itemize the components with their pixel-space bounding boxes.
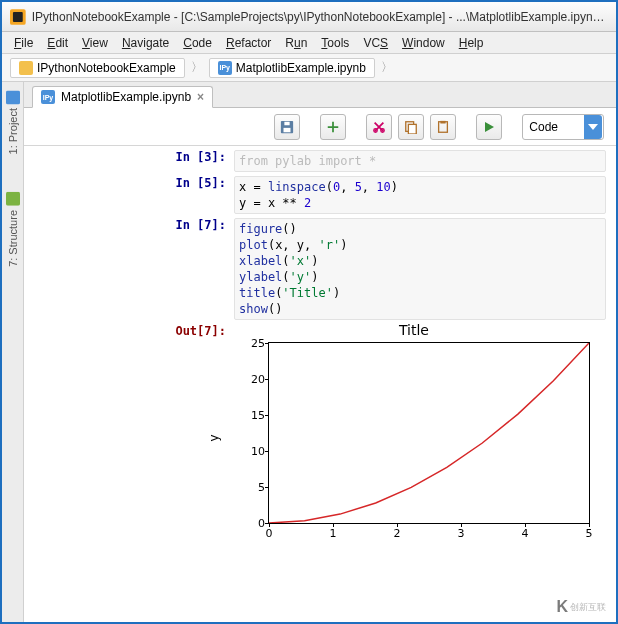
- menu-navigate[interactable]: Navigate: [116, 34, 175, 52]
- cell-out-7: Out[7]: Title y 0510152025012345: [24, 324, 606, 548]
- menu-vcs[interactable]: VCS: [357, 34, 394, 52]
- title-bar: IPythonNotebookExample - [C:\SampleProje…: [2, 2, 616, 32]
- code-in-7[interactable]: figure() plot(x, y, 'r') xlabel('x') yla…: [234, 218, 606, 320]
- menu-bar: File Edit View Navigate Code Refactor Ru…: [2, 32, 616, 54]
- code-in-3[interactable]: from pylab import *: [234, 150, 606, 172]
- chart-axes: 0510152025012345: [268, 342, 590, 524]
- cell-type-label: Code: [529, 120, 558, 134]
- menu-help[interactable]: Help: [453, 34, 490, 52]
- svg-rect-2: [6, 90, 20, 104]
- svg-rect-3: [6, 192, 20, 206]
- add-cell-button[interactable]: [320, 114, 346, 140]
- tool-sidebar: 1: Project 7: Structure: [2, 82, 24, 622]
- output-out-7: Title y 0510152025012345: [234, 324, 606, 548]
- folder-icon: [19, 61, 33, 75]
- menu-file[interactable]: File: [8, 34, 39, 52]
- notebook-area: In [3]: from pylab import * In [5]: x = …: [24, 146, 616, 622]
- cell-in-3[interactable]: In [3]: from pylab import *: [24, 150, 606, 172]
- ipynb-icon: IPy: [218, 61, 232, 75]
- prompt-in-3: In [3]:: [24, 150, 234, 172]
- cell-in-5[interactable]: In [5]: x = linspace(0, 5, 10) y = x ** …: [24, 176, 606, 214]
- notebook-toolbar: Code: [24, 108, 616, 146]
- close-icon[interactable]: ×: [197, 90, 204, 104]
- menu-tools[interactable]: Tools: [315, 34, 355, 52]
- chevron-right-icon: 〉: [189, 59, 205, 76]
- menu-run[interactable]: Run: [279, 34, 313, 52]
- chevron-down-icon: [584, 115, 602, 139]
- breadcrumb-project-label: IPythonNotebookExample: [37, 61, 176, 75]
- sidebar-structure-tab[interactable]: 7: Structure: [5, 188, 21, 271]
- chart-ylabel: y: [207, 434, 221, 441]
- cell-type-select[interactable]: Code: [522, 114, 604, 140]
- cut-button[interactable]: [366, 114, 392, 140]
- prompt-in-7: In [7]:: [24, 218, 234, 320]
- editor-tabs: IPy MatplotlibExample.ipynb ×: [24, 82, 616, 108]
- svg-rect-6: [285, 121, 290, 125]
- save-button[interactable]: [274, 114, 300, 140]
- menu-window[interactable]: Window: [396, 34, 451, 52]
- chart: Title y 0510152025012345: [234, 328, 594, 548]
- svg-rect-5: [284, 127, 291, 131]
- sidebar-project-tab[interactable]: 1: Project: [5, 86, 21, 158]
- breadcrumb-file-label: MatplotlibExample.ipynb: [236, 61, 366, 75]
- project-icon: [6, 90, 20, 104]
- scissors-icon: [372, 120, 386, 134]
- breadcrumb-project[interactable]: IPythonNotebookExample: [10, 58, 185, 78]
- save-icon: [280, 120, 294, 134]
- structure-icon: [6, 192, 20, 206]
- paste-icon: [436, 120, 450, 134]
- paste-button[interactable]: [430, 114, 456, 140]
- sidebar-project-label: 1: Project: [7, 108, 19, 154]
- editor-tab-label: MatplotlibExample.ipynb: [61, 90, 191, 104]
- play-icon: [483, 121, 495, 133]
- run-button[interactable]: [476, 114, 502, 140]
- breadcrumb-file[interactable]: IPy MatplotlibExample.ipynb: [209, 58, 375, 78]
- prompt-in-5: In [5]:: [24, 176, 234, 214]
- svg-rect-12: [441, 120, 446, 123]
- chart-title: Title: [234, 322, 594, 338]
- cell-in-7[interactable]: In [7]: figure() plot(x, y, 'r') xlabel(…: [24, 218, 606, 320]
- plus-icon: [326, 120, 340, 134]
- breadcrumb: IPythonNotebookExample 〉 IPy MatplotlibE…: [2, 54, 616, 82]
- menu-view[interactable]: View: [76, 34, 114, 52]
- window-title: IPythonNotebookExample - [C:\SampleProje…: [32, 10, 608, 24]
- watermark: K创新互联: [556, 598, 606, 616]
- chart-line: [269, 343, 589, 523]
- svg-rect-10: [409, 124, 417, 134]
- sidebar-structure-label: 7: Structure: [7, 210, 19, 267]
- copy-button[interactable]: [398, 114, 424, 140]
- menu-edit[interactable]: Edit: [41, 34, 74, 52]
- menu-refactor[interactable]: Refactor: [220, 34, 277, 52]
- chevron-right-icon: 〉: [379, 59, 395, 76]
- editor-tab-active[interactable]: IPy MatplotlibExample.ipynb ×: [32, 86, 213, 108]
- copy-icon: [404, 120, 418, 134]
- prompt-out-7: Out[7]:: [24, 324, 234, 548]
- svg-rect-1: [13, 12, 23, 22]
- code-in-5[interactable]: x = linspace(0, 5, 10) y = x ** 2: [234, 176, 606, 214]
- app-icon: [10, 9, 26, 25]
- ipynb-icon: IPy: [41, 90, 55, 104]
- menu-code[interactable]: Code: [177, 34, 218, 52]
